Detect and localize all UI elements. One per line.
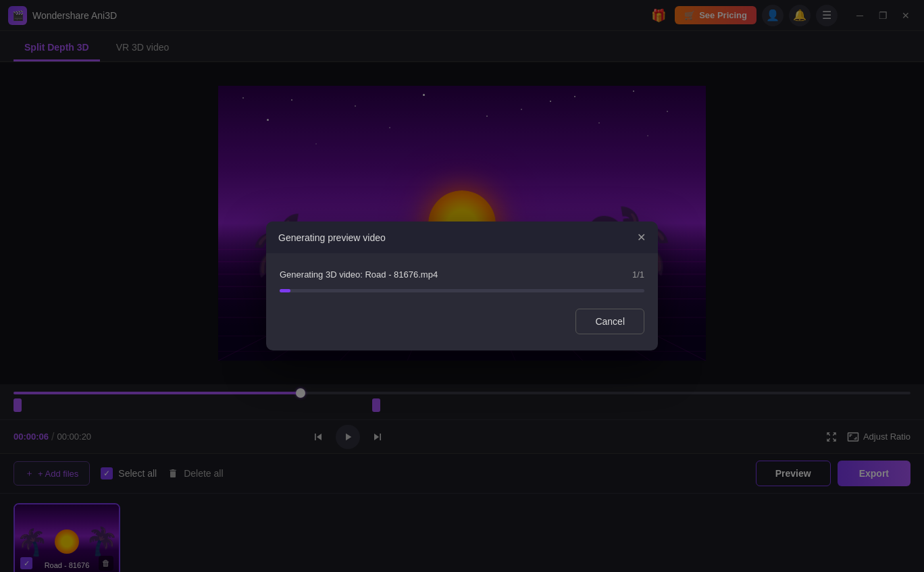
modal-progress-fill	[280, 289, 290, 292]
modal-progress-bar	[280, 289, 644, 292]
modal-close-button[interactable]: ✕	[637, 231, 646, 244]
modal-body: Generating 3D video: Road - 81676.mp4 1/…	[266, 253, 658, 350]
modal-header: Generating preview video ✕	[266, 222, 658, 253]
modal-title: Generating preview video	[278, 232, 386, 243]
modal-file-name: Generating 3D video: Road - 81676.mp4	[280, 269, 438, 280]
modal-cancel-button[interactable]: Cancel	[575, 309, 644, 334]
modal-actions: Cancel	[280, 309, 644, 334]
generating-modal: Generating preview video ✕ Generating 3D…	[266, 222, 658, 350]
modal-overlay: Generating preview video ✕ Generating 3D…	[0, 0, 924, 572]
modal-file-row: Generating 3D video: Road - 81676.mp4 1/…	[280, 269, 644, 280]
modal-progress-count: 1/1	[632, 269, 644, 280]
